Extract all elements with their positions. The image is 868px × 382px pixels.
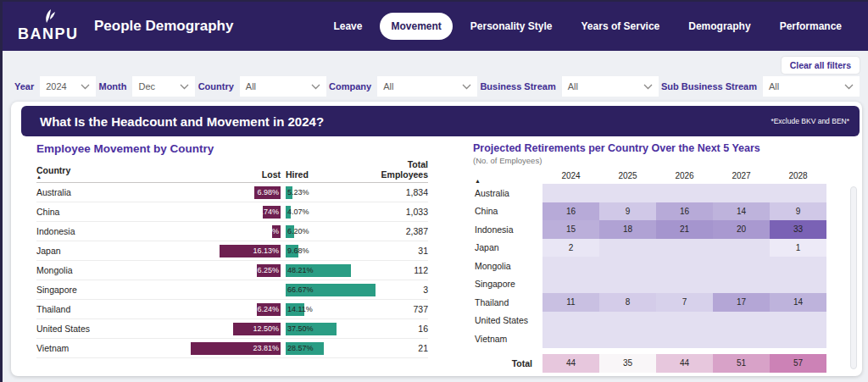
movement-row-united-states[interactable]: United States12.50%37.50%16: [36, 319, 428, 339]
retirement-cell: 14: [713, 202, 770, 221]
hired-cell: 14.11%: [286, 303, 381, 316]
movement-row-japan[interactable]: Japan16.13%9.68%31: [36, 241, 428, 261]
retirement-cell: 33: [770, 220, 826, 239]
filter-dropdown-month[interactable]: Dec: [132, 76, 195, 97]
retirement-row-japan[interactable]: Japan21: [473, 239, 856, 257]
matrix-row-label: Thailand: [473, 293, 542, 312]
lost-bar: 6.24%: [257, 303, 281, 316]
nav-tab-movement[interactable]: Movement: [380, 13, 452, 40]
total-employees-cell: 3: [381, 285, 428, 295]
matrix-total-row: Total 4435445157: [473, 354, 856, 373]
filter-label: Company: [329, 81, 371, 91]
filter-label: Year: [14, 81, 34, 91]
retirement-row-vietnam[interactable]: Vietnam: [473, 329, 856, 348]
country-cell: Indonesia: [36, 226, 189, 236]
retirement-cell: 11: [542, 293, 599, 312]
chevron-down-icon: [81, 84, 90, 90]
retirement-row-australia[interactable]: Australia: [473, 184, 856, 202]
column-header-hired[interactable]: Hired: [286, 169, 381, 180]
year-column-header[interactable]: 2027: [713, 171, 770, 184]
total-employees-cell: 21: [381, 343, 428, 353]
retirement-cell: [599, 184, 656, 202]
lost-cell: 6.25%: [189, 264, 281, 277]
retirement-total-cell: 57: [770, 354, 826, 373]
column-header-country[interactable]: Country ▲: [36, 165, 189, 180]
retirement-row-singapore[interactable]: Singapore: [473, 275, 856, 294]
lost-cell: 4.74%: [189, 206, 281, 219]
movement-row-mongolia[interactable]: Mongolia6.25%48.21%112: [36, 261, 428, 280]
filter-dropdown-year[interactable]: 2024: [40, 76, 96, 97]
dashboard-page: BANPU People Demography LeaveMovementPer…: [0, 0, 868, 382]
nav-tab-demography[interactable]: Demography: [677, 13, 761, 40]
filter-dropdown-sub-business-stream[interactable]: All: [763, 76, 860, 97]
retirement-cell: [770, 257, 826, 275]
matrix-row-label: United States: [473, 312, 542, 330]
retirement-cell: [542, 329, 599, 348]
retirement-cell: 20: [713, 220, 770, 239]
country-cell: Thailand: [36, 304, 189, 314]
year-column-header[interactable]: 2028: [770, 171, 826, 184]
retirement-cell: [656, 275, 713, 294]
country-cell: Singapore: [36, 285, 189, 295]
matrix-scrollbar[interactable]: [850, 186, 857, 369]
filter-company: CompanyAll: [329, 76, 477, 97]
retirement-cell: [656, 184, 713, 202]
movement-row-singapore[interactable]: Singapore66.67%3: [36, 280, 428, 300]
movement-row-indonesia[interactable]: Indonesia2.23%6.20%2,387: [36, 222, 428, 241]
filter-label: Month: [98, 81, 126, 91]
filter-value: All: [383, 81, 393, 91]
filter-dropdown-business-stream[interactable]: All: [562, 76, 659, 97]
question-band: What Is the Headcount and Movement in 20…: [21, 106, 860, 136]
retirement-cell: [599, 275, 656, 294]
retirement-cell: [713, 184, 770, 202]
retirement-row-indonesia[interactable]: Indonesia1518212033: [473, 220, 856, 239]
filter-dropdown-company[interactable]: All: [377, 76, 477, 97]
filters-row: Year2024MonthDecCountryAllCompanyAllBusi…: [14, 76, 860, 97]
lost-bar: 23.81%: [191, 342, 281, 355]
column-header-total-employees[interactable]: Total Employees: [381, 159, 428, 180]
lost-cell: 2.23%: [189, 225, 281, 238]
retirement-row-united-states[interactable]: United States: [473, 312, 856, 330]
total-employees-cell: 31: [381, 246, 428, 256]
retirement-cell: 16: [656, 202, 713, 221]
clear-all-filters-button[interactable]: Clear all filters: [782, 57, 860, 74]
movement-row-thailand[interactable]: Thailand6.24%14.11%737: [36, 300, 428, 319]
retirement-row-thailand[interactable]: Thailand11871714: [473, 293, 856, 312]
column-header-lost[interactable]: Lost: [189, 169, 281, 180]
movement-table-body: Australia6.98%5.23%1,834China4.74%4.07%1…: [36, 183, 428, 358]
retirement-row-china[interactable]: China16916149: [473, 202, 856, 221]
retirement-row-mongolia[interactable]: Mongolia: [473, 257, 856, 275]
lost-cell: 12.50%: [189, 323, 281, 335]
year-column-header[interactable]: 2024: [542, 171, 599, 184]
filter-dropdown-country[interactable]: All: [240, 76, 326, 97]
nav-tab-performance[interactable]: Performance: [769, 13, 853, 40]
chevron-down-icon: [844, 84, 854, 90]
matrix-row-label: Indonesia: [473, 220, 542, 239]
sort-ascending-icon: ▲: [475, 178, 481, 184]
nav-tab-leave[interactable]: Leave: [322, 13, 373, 40]
movement-row-vietnam[interactable]: Vietnam23.81%28.57%21: [36, 339, 428, 358]
page-title: People Demography: [94, 18, 233, 35]
retirement-cell: 14: [770, 293, 826, 312]
retirement-cell: 18: [599, 220, 656, 239]
hired-cell: 28.57%: [286, 342, 381, 355]
lost-cell: 23.81%: [189, 342, 281, 355]
projected-retirements-visual: Projected Retirements per Country Over t…: [473, 142, 856, 373]
matrix-sort-corner[interactable]: ▲: [473, 178, 542, 184]
hired-cell: 5.23%: [286, 186, 381, 199]
movement-row-china[interactable]: China4.74%4.07%1,033: [36, 202, 428, 222]
lost-bar: 2.23%: [272, 225, 281, 238]
total-employees-cell: 2,387: [381, 226, 428, 236]
nav-tab-years-of-service[interactable]: Years of Service: [570, 13, 671, 40]
sort-ascending-icon: ▲: [36, 175, 189, 180]
nav-tab-personality-style[interactable]: Personality Style: [459, 13, 564, 40]
year-column-header[interactable]: 2026: [656, 171, 713, 184]
retirement-cell: 1: [770, 239, 826, 257]
retirement-cell: [542, 257, 599, 275]
retirement-cell: [599, 329, 656, 348]
movement-row-australia[interactable]: Australia6.98%5.23%1,834: [36, 183, 428, 202]
year-column-header[interactable]: 2025: [599, 171, 656, 184]
filter-year: Year2024: [14, 76, 96, 97]
retirement-total-cell: 51: [713, 354, 770, 373]
retirement-cell: [656, 257, 713, 275]
